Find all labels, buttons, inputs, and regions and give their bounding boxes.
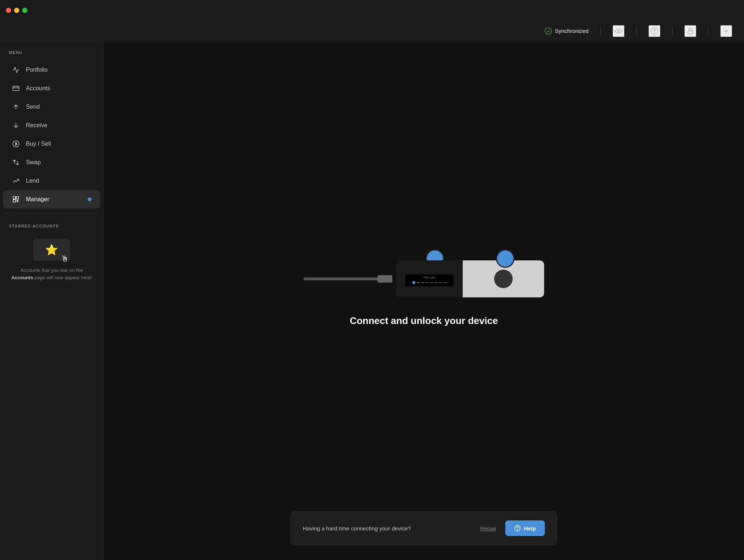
svg-point-1 <box>615 29 622 33</box>
close-button[interactable] <box>6 8 11 13</box>
svg-rect-10 <box>16 197 19 199</box>
settings-button[interactable] <box>720 25 732 37</box>
buy-sell-icon <box>12 140 20 148</box>
header-icons <box>613 25 624 37</box>
ledger-device: PIN code 〈 〉 <box>396 260 544 297</box>
pin-dash-4 <box>430 282 433 283</box>
sidebar-item-accounts[interactable]: Accounts <box>3 79 100 98</box>
swap-label: Swap <box>26 159 91 166</box>
starred-desc-link: Accounts <box>11 275 33 280</box>
lend-icon <box>12 177 20 185</box>
usb-plug <box>378 275 392 283</box>
device-container: PIN code 〈 〉 <box>304 260 544 327</box>
starred-section: ⭐ 🖱 Accounts that you star on the Accoun… <box>0 233 103 287</box>
accounts-icon <box>12 84 20 92</box>
starred-desc-part2: page will now appear here! <box>33 275 92 280</box>
help-circle-icon <box>650 27 658 35</box>
repair-link[interactable]: Repair <box>480 525 496 532</box>
sidebar-item-buy-sell[interactable]: Buy / Sell <box>3 135 100 153</box>
starred-desc-part1: Accounts that you star on the <box>20 267 83 273</box>
sync-check-icon <box>544 27 552 35</box>
starred-description: Accounts that you star on the Accounts p… <box>9 267 94 281</box>
pin-dash-6 <box>439 282 442 283</box>
help-button[interactable]: Help <box>505 520 545 536</box>
sidebar-item-portfolio[interactable]: Portfolio <box>3 61 100 79</box>
buy-sell-label: Buy / Sell <box>26 141 91 147</box>
manager-label: Manager <box>26 196 82 203</box>
eye-button[interactable] <box>613 25 624 37</box>
separator-2 <box>636 27 637 36</box>
settings-icon <box>722 27 730 35</box>
svg-point-6 <box>725 30 727 32</box>
pin-dot-1 <box>412 281 415 284</box>
help-label: Help <box>524 525 536 532</box>
connect-title: Connect and unlock your device <box>350 315 498 327</box>
pin-dash-5 <box>435 282 438 283</box>
manager-icon <box>12 195 20 203</box>
svg-point-4 <box>654 33 655 33</box>
pin-dash-3 <box>426 282 429 283</box>
menu-label: MENU <box>0 50 103 55</box>
sidebar-item-swap[interactable]: Swap <box>3 153 100 172</box>
lock-button[interactable] <box>684 25 696 37</box>
sidebar-item-receive[interactable]: Receive <box>3 116 100 135</box>
send-icon <box>12 103 20 111</box>
sync-status: Synchronized <box>544 27 589 35</box>
title-bar <box>0 0 744 21</box>
accounts-label: Accounts <box>26 85 91 92</box>
help-button[interactable] <box>649 25 660 37</box>
traffic-lights <box>6 8 27 13</box>
sidebar-divider <box>6 213 97 213</box>
eye-icon <box>614 27 623 35</box>
pin-dash-7 <box>443 282 446 283</box>
sidebar: MENU Portfolio Accounts <box>0 41 104 560</box>
bottom-bar-right: Repair Help <box>480 520 545 536</box>
sidebar-item-send[interactable]: Send <box>3 98 100 116</box>
separator-4 <box>708 27 708 36</box>
svg-rect-11 <box>13 200 16 202</box>
ledger-button-right <box>496 249 515 268</box>
receive-icon <box>12 121 20 129</box>
device-illustration: PIN code 〈 〉 <box>304 260 544 297</box>
separator-1 <box>600 27 601 36</box>
lend-label: Lend <box>26 178 91 184</box>
pin-dash-1 <box>417 282 420 283</box>
starred-label: STARRED ACCOUNTS <box>0 218 103 233</box>
svg-rect-5 <box>688 31 693 34</box>
sync-label: Synchronized <box>555 28 589 34</box>
lock-icon <box>686 27 694 35</box>
portfolio-icon <box>12 66 20 74</box>
bottom-bar-text: Having a hard time connecting your devic… <box>303 525 411 532</box>
sidebar-item-manager[interactable]: Manager <box>3 190 100 209</box>
ledger-screen: PIN code 〈 〉 <box>405 274 453 286</box>
pin-dots: 〈 〉 <box>408 280 451 284</box>
swap-icon <box>12 158 20 166</box>
pin-code-label: PIN code <box>423 276 436 279</box>
cursor-icon: 🖱 <box>61 254 69 264</box>
portfolio-label: Portfolio <box>26 67 91 73</box>
star-icon: ⭐ <box>45 244 58 256</box>
usb-cable <box>304 277 385 280</box>
manager-badge <box>88 198 91 201</box>
svg-point-0 <box>545 28 552 34</box>
ledger-screen-area: PIN code 〈 〉 <box>396 260 463 297</box>
help-circle-icon-btn <box>514 525 521 532</box>
pin-dash-2 <box>421 282 424 283</box>
star-card: ⭐ 🖱 <box>33 239 70 261</box>
svg-point-2 <box>618 30 620 32</box>
ledger-circle <box>494 270 513 288</box>
separator-3 <box>672 27 673 36</box>
main-content: PIN code 〈 〉 <box>104 41 744 560</box>
svg-point-13 <box>517 530 518 530</box>
receive-label: Receive <box>26 122 91 129</box>
minimize-button[interactable] <box>14 8 19 13</box>
header-bar: Synchronized <box>0 21 744 41</box>
svg-rect-7 <box>13 86 19 91</box>
svg-rect-9 <box>13 197 16 199</box>
bottom-bar: Having a hard time connecting your devic… <box>291 511 557 545</box>
sidebar-item-lend[interactable]: Lend <box>3 172 100 190</box>
main-layout: MENU Portfolio Accounts <box>0 41 744 560</box>
send-label: Send <box>26 104 91 110</box>
maximize-button[interactable] <box>22 8 27 13</box>
